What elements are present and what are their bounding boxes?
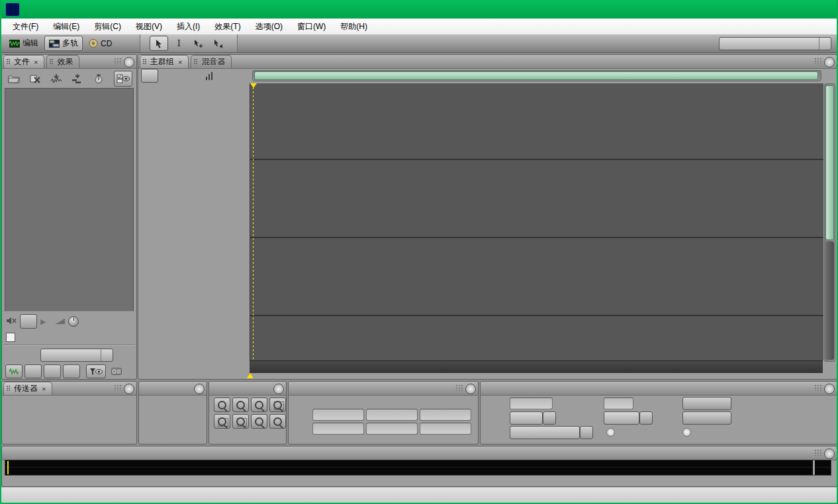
sort-by-dropdown[interactable] [40,349,113,362]
record-audio-button[interactable] [89,71,108,87]
menu-item[interactable]: 插入(I) [169,19,207,34]
tempo-field[interactable] [510,398,553,409]
monitor-dropdown[interactable] [510,426,580,439]
level-meter[interactable] [5,460,831,476]
key-dropdown[interactable] [510,411,543,425]
tab-效果[interactable]: 效果 [46,55,79,68]
maximize-button[interactable] [777,0,808,19]
vertical-scrollbar[interactable] [824,83,835,362]
meter-level-indicator [7,461,9,474]
tab-close-icon[interactable]: × [34,59,38,65]
key-dropdown-button[interactable] [543,411,556,425]
selection-end-field[interactable] [366,409,418,421]
tab-close-icon[interactable]: × [42,386,46,392]
show-video-files-button[interactable] [44,364,61,378]
vertical-scroll-thumb[interactable] [825,85,834,240]
hybrid-tool-button[interactable] [150,36,168,51]
advanced-button[interactable] [682,397,731,410]
selection-start-field[interactable] [312,409,364,421]
zoom-in-horizontal-button[interactable] [214,398,230,412]
menu-item[interactable]: 窗口(W) [290,19,333,34]
menu-item[interactable]: 文件(F) [5,19,46,34]
zoom-in-vertical-button[interactable] [251,414,267,429]
panel-menu-button[interactable] [194,384,205,394]
move-tool-button[interactable] [189,36,208,51]
filter-options-toggle[interactable] [86,364,106,378]
menu-item[interactable]: 剪辑(C) [87,19,128,34]
tab-混音器[interactable]: 混音器 [191,55,232,68]
workspace-dropdown[interactable] [719,37,831,50]
time-selection-tool-button[interactable]: I [169,36,188,51]
timeline-ruler[interactable] [250,360,823,373]
zoom-in-right-edge-button[interactable] [232,414,249,429]
show-loop-files-button[interactable] [24,364,42,378]
smart-input-radio[interactable] [606,428,615,437]
view-button-multitrack[interactable]: 多轨 [44,36,83,51]
snapping-toggle-button[interactable] [141,69,158,83]
menu-item[interactable]: 效果(T) [207,19,248,34]
zoom-in-left-edge-button[interactable] [214,414,230,429]
zoom-to-selection-button[interactable] [269,398,286,412]
panel-menu-button[interactable] [465,384,476,394]
selection-length-field[interactable] [420,409,471,421]
chevron-down-icon[interactable] [819,38,831,50]
playhead-marker-icon[interactable] [247,373,254,378]
tab-文件[interactable]: 文件× [3,55,44,68]
horizontal-scroll-thumb[interactable] [254,71,818,80]
show-midi-files-button[interactable] [63,364,80,378]
preview-play-icon[interactable]: ▶ [40,317,46,326]
tab-传送器[interactable]: 传送器× [3,382,52,395]
preview-volume-knob[interactable] [68,316,79,327]
file-list[interactable] [5,88,134,312]
tab-close-icon[interactable]: × [178,59,182,65]
metronome-button[interactable] [682,411,731,425]
menu-item[interactable]: 帮助(H) [333,19,375,34]
muted-speaker-icon[interactable] [6,315,17,327]
loop-preview-button[interactable] [20,314,37,329]
chevron-down-icon[interactable] [101,349,113,361]
time-signature-dropdown-button[interactable] [639,411,653,425]
menu-item[interactable]: 选项(O) [248,19,290,34]
horizontal-scrollbar[interactable] [252,70,821,81]
zoom-out-full-button[interactable] [251,398,267,412]
panel-menu-button[interactable] [824,57,835,67]
view-start-field[interactable] [312,423,364,435]
panel-menu-button[interactable] [273,384,284,394]
import-file-button[interactable] [5,71,23,87]
fx-power-button[interactable] [161,69,178,83]
show-full-paths-button[interactable] [108,364,125,378]
routing-button[interactable] [181,69,198,83]
beats-per-bar-field[interactable] [604,398,633,409]
panel-grip [456,385,464,391]
monitor-dropdown-button[interactable] [580,426,593,439]
view-end-field[interactable] [366,423,418,435]
follow-tempo-checkbox[interactable] [6,333,15,342]
panel-menu-button[interactable] [124,57,134,67]
show-audio-files-button[interactable] [5,364,23,378]
insert-into-session-button[interactable] [68,71,87,87]
always-import-radio[interactable] [682,428,691,437]
panel-menu-button[interactable] [824,384,835,394]
open-folder-icon [8,74,20,83]
view-button-edit[interactable]: 编辑 [5,36,43,51]
insert-into-multitrack-button[interactable] [47,71,66,87]
metering-button[interactable] [201,69,218,83]
scrub-tool-button[interactable] [209,36,228,51]
menu-item[interactable]: 编辑(E) [46,19,87,34]
close-file-button[interactable] [26,71,44,87]
view-length-field[interactable] [420,423,471,435]
minimize-button[interactable] [747,0,777,19]
playhead-line[interactable] [253,83,254,360]
menu-item[interactable]: 视图(V) [128,19,169,34]
playhead-marker-icon[interactable] [250,83,257,88]
panel-menu-button[interactable] [824,448,835,459]
zoom-out-horizontal-button[interactable] [232,398,249,412]
time-signature-dropdown[interactable] [604,411,639,425]
panel-menu-button[interactable] [124,384,134,394]
files-options-toggle[interactable] [114,71,132,87]
tab-主群组[interactable]: 主群组× [140,55,189,68]
timeline-lanes[interactable] [250,83,823,360]
close-button[interactable] [808,0,838,19]
view-button-cd[interactable]: CD [84,36,116,51]
zoom-out-vertical-button[interactable] [269,414,286,429]
